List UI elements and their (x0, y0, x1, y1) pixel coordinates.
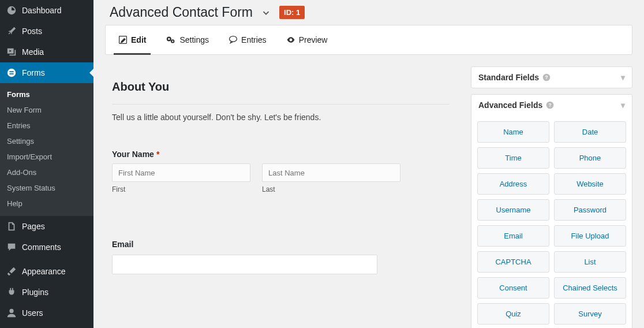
field-btn-quiz[interactable]: Quiz (477, 303, 549, 325)
advanced-fields-toggle[interactable]: Advanced Fields ? ▾ (471, 95, 632, 115)
svg-point-9 (230, 36, 237, 42)
submenu-item-system-status[interactable]: System Status (0, 180, 93, 196)
sidebar-item-label: Comments (22, 243, 61, 252)
field-btn-password[interactable]: Password (554, 199, 626, 221)
tab-entries[interactable]: Entries (224, 25, 271, 54)
page-title: Advanced Contact Form (110, 5, 253, 20)
sidebar-item-label: Appearance (22, 267, 66, 276)
help-icon: ? (542, 73, 551, 81)
svg-text:?: ? (549, 102, 552, 108)
tab-edit[interactable]: Edit (114, 25, 151, 54)
sidebar-item-label: Forms (22, 68, 45, 77)
caret-down-icon: ▾ (621, 73, 625, 82)
svg-point-6 (169, 38, 170, 40)
sidebar-item-comments[interactable]: Comments (0, 237, 93, 258)
standard-fields-panel: Standard Fields ? ▾ (471, 66, 632, 88)
first-name-sublabel: First (112, 185, 250, 193)
tab-label: Preview (299, 35, 328, 44)
caret-down-icon: ▾ (621, 100, 625, 110)
user-icon (6, 307, 17, 319)
field-btn-survey[interactable]: Survey (554, 303, 626, 325)
sidebar-item-appearance[interactable]: Appearance (0, 261, 93, 282)
submenu-item-import-export[interactable]: Import/Export (0, 149, 93, 165)
name-field-label: Your Name* (112, 150, 449, 159)
editor-tabs: Edit Settings Entries Preview (105, 25, 632, 55)
sidebar-item-label: Plugins (22, 288, 48, 297)
field-btn-chained-selects[interactable]: Chained Selects (554, 277, 626, 299)
sidebar-item-dashboard[interactable]: Dashboard (0, 0, 93, 21)
field-btn-website[interactable]: Website (554, 173, 626, 195)
submenu-item-new-form[interactable]: New Form (0, 102, 93, 118)
panel-title: Standard Fields (478, 73, 539, 82)
section-description: Tell us a little about yourself. Don't b… (112, 113, 449, 122)
sidebar-item-label: Media (22, 47, 44, 57)
email-field-label: Email (112, 240, 449, 249)
field-btn-address[interactable]: Address (477, 173, 549, 195)
submenu-item-forms[interactable]: Forms (0, 87, 93, 102)
submenu-item-help[interactable]: Help (0, 196, 93, 211)
gear-icon (166, 35, 176, 44)
svg-point-3 (9, 309, 13, 313)
field-btn-list[interactable]: List (554, 251, 626, 273)
pages-icon (6, 221, 17, 232)
required-mark: * (156, 150, 159, 159)
form-canvas: About You Tell us a little about yoursel… (105, 66, 459, 316)
sidebar-item-label: Users (22, 308, 43, 318)
advanced-fields-panel: Advanced Fields ? ▾ Name Date Time Phone… (471, 94, 632, 328)
media-icon (6, 46, 17, 58)
forms-submenu: Forms New Form Entries Settings Import/E… (0, 83, 93, 216)
submenu-item-addons[interactable]: Add-Ons (0, 165, 93, 180)
field-btn-captcha[interactable]: CAPTCHA (477, 251, 549, 273)
sidebar-item-plugins[interactable]: Plugins (0, 282, 93, 303)
field-btn-consent[interactable]: Consent (477, 277, 549, 299)
eye-icon (286, 35, 295, 44)
sidebar-item-media[interactable]: Media (0, 42, 93, 62)
sidebar-item-pages[interactable]: Pages (0, 216, 93, 237)
svg-text:?: ? (545, 74, 548, 80)
submenu-item-entries[interactable]: Entries (0, 118, 93, 133)
speech-icon (229, 35, 238, 44)
section-title: About You (112, 80, 449, 94)
pin-icon (6, 25, 17, 37)
divider (112, 104, 449, 105)
panel-title: Advanced Fields (478, 100, 542, 110)
help-icon: ? (546, 101, 554, 109)
tab-label: Edit (131, 35, 146, 44)
field-btn-time[interactable]: Time (477, 147, 549, 169)
field-btn-phone[interactable]: Phone (554, 147, 626, 169)
sidebar-item-forms[interactable]: Forms (0, 62, 93, 83)
first-name-input[interactable] (112, 163, 250, 182)
tab-label: Settings (179, 35, 209, 44)
field-btn-file-upload[interactable]: File Upload (554, 225, 626, 247)
tab-label: Entries (241, 35, 267, 44)
page-header: Advanced Contact Form ID: 1 (93, 0, 644, 25)
form-switcher[interactable] (261, 8, 271, 18)
admin-sidebar: Dashboard Posts Media Forms Forms New Fo… (0, 0, 93, 328)
sidebar-item-users[interactable]: Users (0, 303, 93, 323)
field-panels: Standard Fields ? ▾ Advanced Fields ? ▾ … (471, 66, 632, 316)
forms-icon (6, 67, 17, 79)
field-btn-name[interactable]: Name (477, 121, 549, 143)
svg-point-0 (8, 69, 16, 77)
tab-settings[interactable]: Settings (161, 25, 214, 54)
last-name-sublabel: Last (262, 185, 400, 193)
sidebar-item-label: Pages (22, 222, 45, 231)
brush-icon (6, 266, 17, 277)
main-area: Advanced Contact Form ID: 1 Edit Setting… (93, 0, 644, 328)
sidebar-item-label: Dashboard (22, 6, 62, 15)
dashboard-icon (6, 5, 17, 16)
field-btn-username[interactable]: Username (477, 199, 549, 221)
tab-preview[interactable]: Preview (282, 25, 332, 54)
svg-rect-2 (9, 73, 13, 74)
email-input[interactable] (112, 255, 377, 274)
sidebar-item-posts[interactable]: Posts (0, 21, 93, 42)
submenu-item-settings[interactable]: Settings (0, 133, 93, 149)
svg-rect-1 (9, 71, 13, 72)
field-btn-date[interactable]: Date (554, 121, 626, 143)
field-btn-email[interactable]: Email (477, 225, 549, 247)
label-text: Your Name (112, 150, 154, 159)
standard-fields-toggle[interactable]: Standard Fields ? ▾ (471, 67, 632, 88)
last-name-input[interactable] (262, 163, 400, 182)
svg-point-8 (172, 40, 173, 42)
plugin-icon (6, 286, 17, 298)
